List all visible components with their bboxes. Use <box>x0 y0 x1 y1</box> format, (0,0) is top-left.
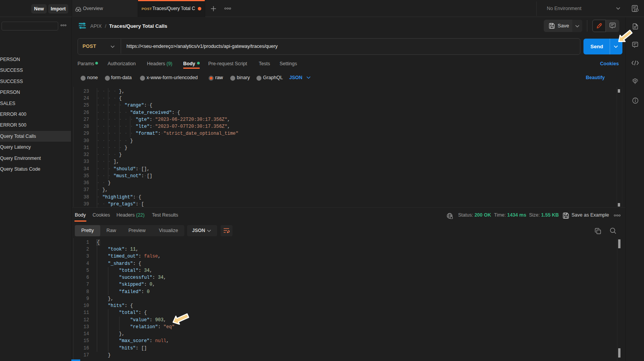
svg-text:HTTP: HTTP <box>79 24 86 27</box>
